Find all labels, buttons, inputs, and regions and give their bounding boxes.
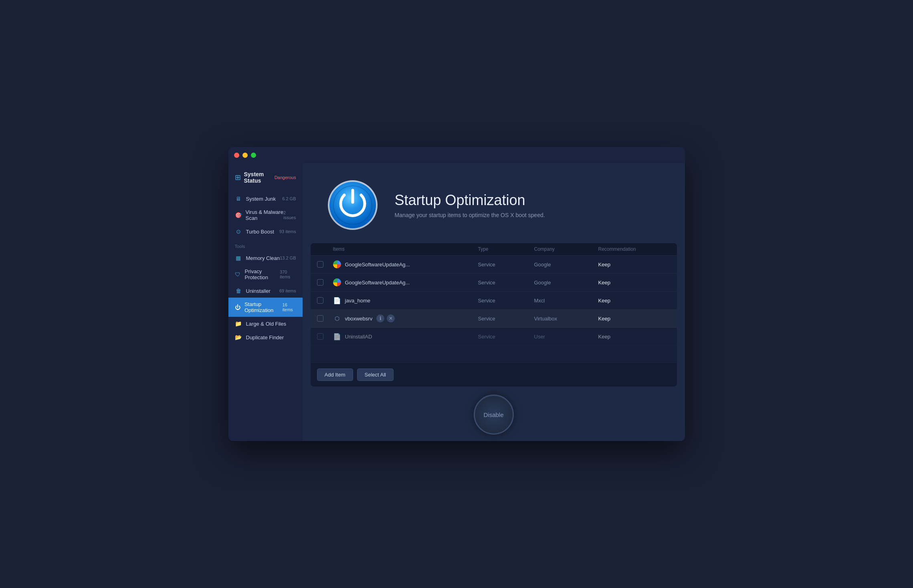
hero-subtitle: Manage your startup items to optimize th…	[395, 212, 661, 218]
tools-section-label: Tools	[228, 238, 303, 251]
minimize-button[interactable]	[242, 153, 248, 158]
sidebar-item-label: Large & Old Files	[246, 321, 286, 327]
row3-name: java_home	[345, 298, 371, 304]
table-footer: Add Item Select All	[311, 362, 677, 387]
system-junk-badge: 6.2 GB	[282, 196, 296, 201]
sidebar: ⊞ System Status Dangerous 🖥 System Junk …	[228, 163, 303, 441]
sidebar-item-label: Memory Clean	[246, 255, 280, 261]
col-items: Items	[333, 246, 478, 252]
startup-badge: 16 items	[283, 302, 296, 312]
row3-company: Mxcl	[534, 298, 598, 304]
privacy-protection-icon: 🛡	[235, 271, 241, 278]
row4-name: vboxwebsrv	[345, 316, 373, 322]
row4-actions: ℹ ✕	[376, 314, 395, 322]
main-panel: Startup Optimization Manage your startup…	[303, 163, 685, 441]
hero-text: Startup Optimization Manage your startup…	[395, 192, 661, 218]
turbo-boost-badge: 93 items	[279, 229, 296, 234]
col-recommendation: Recommendation	[598, 246, 671, 252]
traffic-lights	[234, 153, 256, 158]
table-body: GoogleSoftwareUpdateAg... Service Google…	[311, 256, 677, 362]
close-button[interactable]	[234, 153, 239, 158]
system-status-icon: ⊞	[235, 173, 241, 182]
row3-checkbox[interactable]	[317, 297, 323, 304]
title-bar	[228, 147, 685, 163]
table-row: GoogleSoftwareUpdateAg... Service Google…	[311, 274, 677, 292]
row3-item: 📄 java_home	[333, 296, 478, 304]
sidebar-item-label: Duplicate Finder	[246, 334, 284, 340]
table-row: 📄 UninstallAD Service User Keep	[311, 328, 677, 346]
row4-company: Virtualbox	[534, 316, 598, 322]
sidebar-item-label: Privacy Protection	[245, 268, 280, 280]
row1-recommendation: Keep	[598, 262, 671, 268]
col-checkbox	[317, 246, 333, 252]
virus-malware-badge: 2 issues	[283, 210, 296, 220]
select-all-button[interactable]: Select All	[357, 369, 394, 381]
row4-remove-button[interactable]: ✕	[387, 314, 395, 322]
row1-checkbox[interactable]	[317, 261, 323, 268]
google-icon	[333, 260, 341, 268]
uninstaller-icon: 🗑	[235, 288, 242, 294]
sidebar-header: ⊞ System Status Dangerous	[228, 169, 303, 192]
virus-malware-icon: 🎯	[235, 212, 242, 218]
uninstaller-badge: 69 items	[279, 288, 296, 293]
hero-title: Startup Optimization	[395, 192, 661, 209]
hero-section: Startup Optimization Manage your startup…	[303, 163, 685, 243]
sidebar-item-label: Startup Optimization	[244, 301, 283, 313]
sidebar-item-label: Virus & Malware Scan	[246, 209, 284, 221]
row3-recommendation: Keep	[598, 298, 671, 304]
sidebar-item-memory-clean[interactable]: ▦ Memory Clean 13.2 GB	[228, 251, 303, 265]
sidebar-item-label: Turbo Boost	[246, 229, 274, 235]
col-type: Type	[478, 246, 534, 252]
row2-company: Google	[534, 280, 598, 286]
google-icon	[333, 278, 341, 286]
row5-checkbox[interactable]	[317, 333, 323, 340]
large-old-files-icon: 📁	[235, 320, 242, 327]
cube-icon: ⬡	[333, 314, 341, 322]
row2-checkbox[interactable]	[317, 279, 323, 286]
row2-name: GoogleSoftwareUpdateAg...	[345, 280, 410, 286]
startup-optimization-icon: ⏻	[235, 304, 240, 310]
main-content: ⊞ System Status Dangerous 🖥 System Junk …	[228, 163, 685, 441]
sidebar-item-virus-malware[interactable]: 🎯 Virus & Malware Scan 2 issues	[228, 205, 303, 225]
sidebar-item-startup-optimization[interactable]: ⏻ Startup Optimization 16 items	[228, 298, 303, 317]
row2-type: Service	[478, 280, 534, 286]
row2-item: GoogleSoftwareUpdateAg...	[333, 278, 478, 286]
svg-point-1	[329, 182, 376, 228]
row4-recommendation: Keep	[598, 316, 671, 322]
row5-type: Service	[478, 334, 534, 340]
memory-clean-icon: ▦	[235, 255, 242, 261]
row3-type: Service	[478, 298, 534, 304]
sidebar-item-privacy-protection[interactable]: 🛡 Privacy Protection 370 items	[228, 265, 303, 284]
add-item-button[interactable]: Add Item	[317, 369, 353, 381]
sidebar-item-system-junk[interactable]: 🖥 System Junk 6.2 GB	[228, 192, 303, 205]
row1-name: GoogleSoftwareUpdateAg...	[345, 262, 410, 268]
disable-button[interactable]: Disable	[474, 395, 514, 435]
col-company: Company	[534, 246, 598, 252]
sidebar-item-turbo-boost[interactable]: ⊙ Turbo Boost 93 items	[228, 225, 303, 238]
row4-checkbox[interactable]	[317, 315, 323, 322]
row4-type: Service	[478, 316, 534, 322]
file-icon: 📄	[333, 296, 341, 304]
table-header: Items Type Company Recommendation	[311, 243, 677, 256]
table-section: Items Type Company Recommendation Google…	[311, 243, 677, 387]
maximize-button[interactable]	[251, 153, 256, 158]
table-row: ⬡ vboxwebsrv ℹ ✕ Service Virtualbox Keep	[311, 310, 677, 328]
file-icon-2: 📄	[333, 332, 341, 340]
sidebar-item-label: Uninstaller	[246, 288, 271, 294]
table-row: 📄 java_home Service Mxcl Keep	[311, 292, 677, 310]
row4-info-button[interactable]: ℹ	[376, 314, 384, 322]
sidebar-item-large-old-files[interactable]: 📁 Large & Old Files	[228, 317, 303, 330]
row1-company: Google	[534, 262, 598, 268]
sidebar-title: System Status	[244, 171, 275, 184]
turbo-boost-icon: ⊙	[235, 228, 242, 235]
duplicate-finder-icon: 📂	[235, 334, 242, 340]
row1-type: Service	[478, 262, 534, 268]
hero-icon-container	[327, 179, 379, 231]
sidebar-item-label: System Junk	[246, 196, 276, 202]
sidebar-item-duplicate-finder[interactable]: 📂 Duplicate Finder	[228, 330, 303, 344]
sidebar-item-uninstaller[interactable]: 🗑 Uninstaller 69 items	[228, 284, 303, 298]
row5-recommendation: Keep	[598, 334, 671, 340]
row5-company: User	[534, 334, 598, 340]
row2-recommendation: Keep	[598, 280, 671, 286]
disable-section: Disable	[303, 387, 685, 441]
